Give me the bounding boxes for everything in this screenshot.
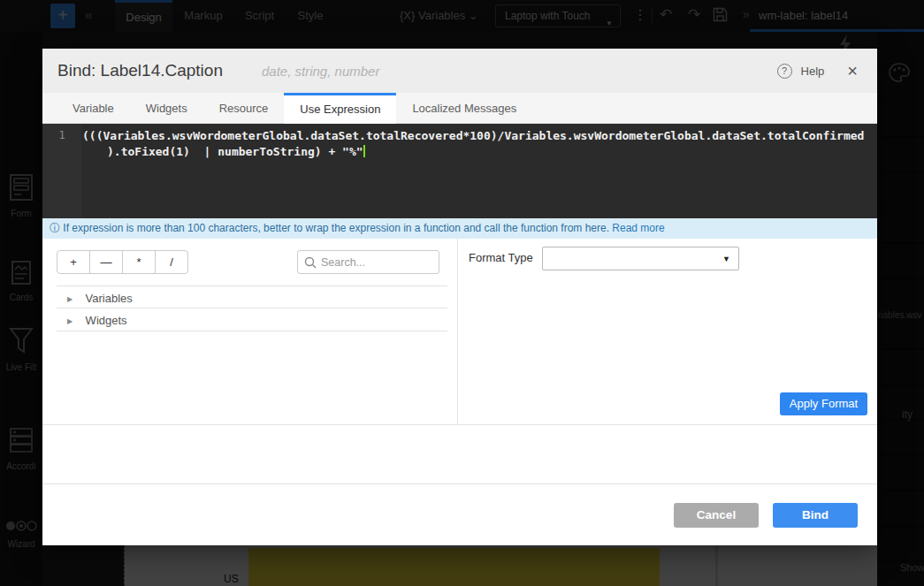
expression-code[interactable]: (((Variables.wsvWordometerGlobal.dataSet… <box>82 128 874 160</box>
tab-use-expression[interactable]: Use Expression <box>284 93 396 124</box>
expression-editor[interactable]: 1 (((Variables.wsvWordometerGlobal.dataS… <box>42 124 877 218</box>
cancel-button[interactable]: Cancel <box>674 503 759 528</box>
format-pane: Format Type ▼ Apply Format <box>459 239 877 424</box>
tree-item-widgets[interactable]: ▶ Widgets <box>57 308 447 331</box>
read-more-link[interactable]: Read more <box>612 222 664 234</box>
dialog-title: Bind: Label14.Caption <box>57 61 223 80</box>
tree-caret-icon[interactable]: ▶ <box>67 310 73 333</box>
format-type-label: Format Type <box>469 251 533 264</box>
body-divider <box>42 424 877 425</box>
plus-operator-button[interactable]: + <box>57 250 90 274</box>
info-text: If expression is more than 100 character… <box>60 222 612 234</box>
bind-tabbar: Variable Widgets Resource Use Expression… <box>42 93 877 124</box>
dialog-header: Bind: Label14.Caption date, string, numb… <box>42 49 877 93</box>
sources-pane: + — * / ▶ Variables ▶ Widgets <box>42 239 458 424</box>
tab-resource[interactable]: Resource <box>203 93 285 124</box>
multiply-operator-button[interactable]: * <box>122 250 156 274</box>
tab-variable[interactable]: Variable <box>57 93 130 124</box>
source-tree: ▶ Variables ▶ Widgets <box>42 285 458 331</box>
expression-info-bar: ⓘ If expression is more than 100 charact… <box>42 218 877 239</box>
bind-body: + — * / ▶ Variables ▶ Widgets <box>42 239 877 424</box>
help-icon[interactable]: ? <box>777 64 792 79</box>
code-line-2: ).toFixed(1) | numberToString) + "%" <box>82 144 874 160</box>
close-icon[interactable]: × <box>847 62 858 80</box>
operator-button-group: + — * / <box>57 250 188 274</box>
apply-format-button[interactable]: Apply Format <box>780 392 867 415</box>
search-icon <box>304 256 317 272</box>
divide-operator-button[interactable]: / <box>155 250 188 274</box>
help-button[interactable]: Help <box>801 65 825 78</box>
info-icon: ⓘ <box>50 222 60 234</box>
search-input[interactable] <box>321 251 436 273</box>
minus-operator-button[interactable]: — <box>89 250 123 274</box>
tab-widgets[interactable]: Widgets <box>130 93 203 124</box>
code-line-1: (((Variables.wsvWordometerGlobal.dataSet… <box>82 128 874 144</box>
tab-localized-messages[interactable]: Localized Messages <box>396 93 532 124</box>
editor-gutter: 1 <box>42 124 81 218</box>
bind-dialog: Bind: Label14.Caption date, string, numb… <box>42 49 877 545</box>
line-number: 1 <box>58 129 65 141</box>
text-cursor <box>363 145 365 157</box>
format-type-select[interactable]: ▼ <box>542 247 739 270</box>
search-box <box>297 250 439 274</box>
dialog-subtitle: date, string, number <box>262 64 379 79</box>
bind-button[interactable]: Bind <box>773 503 858 528</box>
tree-item-variables[interactable]: ▶ Variables <box>57 285 447 308</box>
select-caret-icon: ▼ <box>722 255 730 263</box>
footer-divider <box>42 483 877 484</box>
